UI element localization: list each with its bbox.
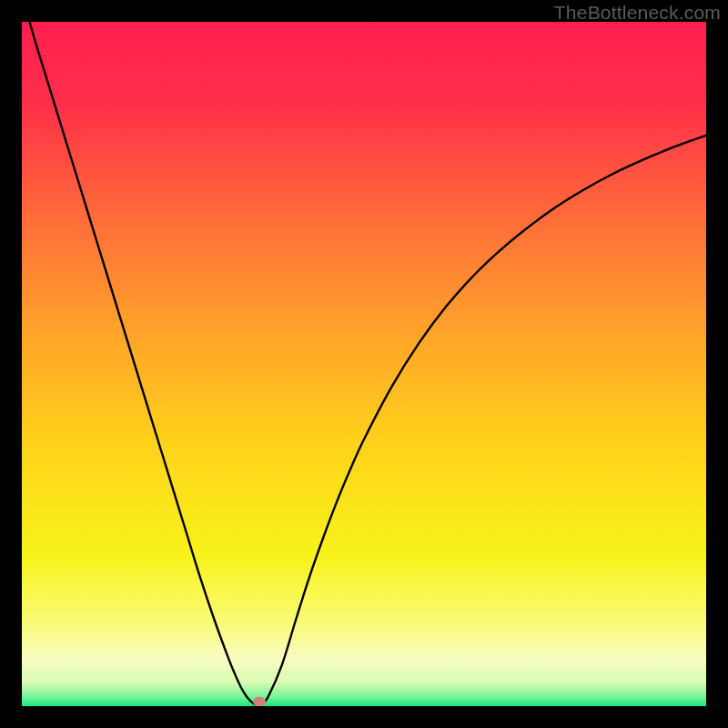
plot-area bbox=[22, 22, 706, 706]
chart-frame: TheBottleneck.com bbox=[0, 0, 728, 728]
optimal-point-marker bbox=[253, 697, 266, 706]
bottleneck-curve bbox=[22, 22, 706, 706]
watermark-text: TheBottleneck.com bbox=[554, 2, 721, 24]
